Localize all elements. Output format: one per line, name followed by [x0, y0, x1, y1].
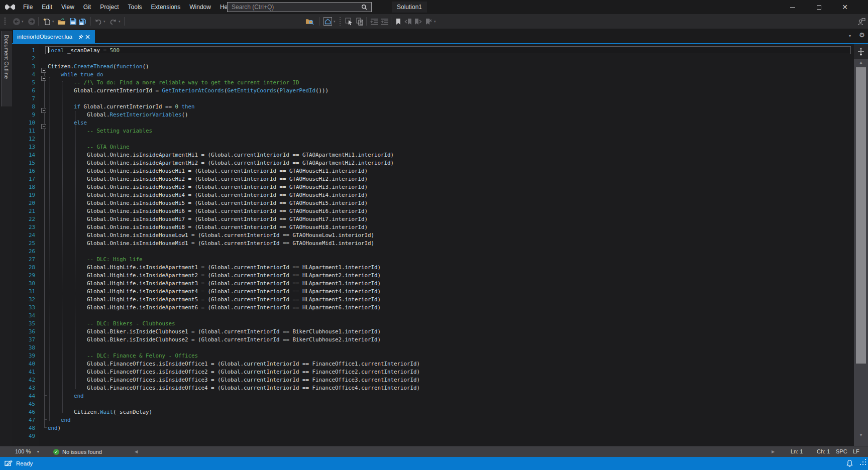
- redo-dropdown-icon[interactable]: ▾: [119, 20, 121, 24]
- pin-tab-button[interactable]: [78, 34, 84, 40]
- menu-git[interactable]: Git: [79, 0, 95, 14]
- collapse-region-icon[interactable]: [41, 76, 46, 81]
- line-number[interactable]: 29: [12, 272, 39, 279]
- code-line[interactable]: 29 Global.HighLife.isInsideApartment2 = …: [12, 271, 854, 279]
- line-number[interactable]: 13: [12, 144, 39, 150]
- code-line[interactable]: 18 Global.Online.isInsideHouseHi3 = (Glo…: [12, 183, 854, 191]
- document-outline-tab[interactable]: Document Outline: [1, 31, 12, 106]
- vertical-scrollbar-thumb[interactable]: [856, 67, 866, 364]
- code-line[interactable]: 5 -- /!\ To do: Find a more reliable way…: [12, 78, 854, 86]
- menu-project[interactable]: Project: [95, 0, 123, 14]
- code-line[interactable]: 49: [12, 432, 854, 440]
- line-number[interactable]: 5: [12, 79, 39, 86]
- code-line[interactable]: 2: [12, 54, 854, 62]
- line-number[interactable]: 3: [12, 63, 39, 70]
- menu-extensions[interactable]: Extensions: [147, 0, 185, 14]
- line-number[interactable]: 2: [12, 55, 39, 62]
- code-line[interactable]: 10 else: [12, 119, 854, 127]
- code-line[interactable]: 48end): [12, 424, 854, 432]
- code-line[interactable]: 17 Global.Online.isInsideHouseHi2 = (Glo…: [12, 175, 854, 183]
- line-number[interactable]: 21: [12, 208, 39, 214]
- code-line[interactable]: 3Citizen.CreateThread(function(): [12, 62, 854, 70]
- minimize-button[interactable]: [782, 0, 804, 14]
- code-line[interactable]: 16 Global.Online.isInsideHouseHi1 = (Glo…: [12, 167, 854, 175]
- line-number[interactable]: 26: [12, 248, 39, 255]
- line-indicator[interactable]: Ln: 1: [791, 446, 803, 457]
- code-line[interactable]: 42 Global.FinanceOffices.isInsideOffice3…: [12, 376, 854, 384]
- copy-structure-button[interactable]: [356, 17, 364, 26]
- line-number[interactable]: 11: [12, 128, 39, 134]
- close-window-button[interactable]: ✕: [834, 0, 856, 14]
- code-line[interactable]: 45: [12, 400, 854, 408]
- line-number[interactable]: 15: [12, 160, 39, 166]
- line-number[interactable]: 17: [12, 176, 39, 182]
- line-number[interactable]: 23: [12, 224, 39, 230]
- line-number[interactable]: 25: [12, 240, 39, 247]
- line-number[interactable]: 22: [12, 216, 39, 222]
- line-number[interactable]: 4: [12, 71, 39, 78]
- code-line[interactable]: 8 if Global.currentInteriorId == 0 then: [12, 102, 854, 110]
- code-line[interactable]: 20 Global.Online.isInsideHouseHi5 = (Glo…: [12, 199, 854, 207]
- code-line[interactable]: 25 Global.Online.isInsideHouseMid1 = (Gl…: [12, 239, 854, 247]
- code-line[interactable]: 30 Global.HighLife.isInsideApartment3 = …: [12, 279, 854, 287]
- code-line[interactable]: 7: [12, 94, 854, 102]
- code-line[interactable]: 4 while true do: [12, 70, 854, 78]
- line-number[interactable]: 41: [12, 369, 39, 375]
- collapse-region-icon[interactable]: [41, 68, 46, 73]
- scroll-down-icon[interactable]: ▼: [854, 433, 868, 437]
- code-line[interactable]: 22 Global.Online.isInsideHouseHi7 = (Glo…: [12, 215, 854, 223]
- close-tab-button[interactable]: [85, 34, 91, 40]
- line-number[interactable]: 6: [12, 87, 39, 94]
- menu-window[interactable]: Window: [185, 0, 215, 14]
- line-number[interactable]: 33: [12, 304, 39, 311]
- notifications-bell-icon[interactable]: [846, 459, 853, 467]
- line-number[interactable]: 47: [12, 417, 39, 423]
- code-line[interactable]: 33 Global.HighLife.isInsideApartment6 = …: [12, 303, 854, 311]
- line-number[interactable]: 28: [12, 264, 39, 271]
- collapse-region-icon[interactable]: [41, 124, 46, 129]
- code-line[interactable]: 26: [12, 247, 854, 255]
- code-line[interactable]: 36 Global.Biker.isInsideClubhouse1 = (Gl…: [12, 327, 854, 335]
- line-ending-indicator[interactable]: LF: [853, 446, 859, 457]
- next-bookmark-button[interactable]: [414, 17, 422, 26]
- code-line[interactable]: 35 -- DLC: Bikers - Clubhouses: [12, 319, 854, 327]
- new-file-dropdown-icon[interactable]: ▾: [52, 20, 54, 24]
- previous-bookmark-button[interactable]: [404, 17, 412, 26]
- line-number[interactable]: 14: [12, 152, 39, 158]
- navigate-back-button[interactable]: [12, 17, 21, 26]
- line-number[interactable]: 12: [12, 136, 39, 142]
- code-line[interactable]: 31 Global.HighLife.isInsideApartment4 = …: [12, 287, 854, 295]
- redo-button[interactable]: [108, 17, 117, 26]
- code-line[interactable]: 37 Global.Biker.isInsideClubhouse2 = (Gl…: [12, 335, 854, 343]
- navigate-to-button[interactable]: [345, 17, 353, 26]
- vertical-scrollbar[interactable]: ▲ ▼: [854, 44, 868, 446]
- line-number[interactable]: 39: [12, 352, 39, 359]
- zoom-select[interactable]: 100 % ▾: [4, 446, 50, 457]
- menu-file[interactable]: File: [19, 0, 37, 14]
- code-line[interactable]: 21 Global.Online.isInsideHouseHi6 = (Glo…: [12, 207, 854, 215]
- code-editor[interactable]: 1local _scanDelay = 50023Citizen.CreateT…: [12, 44, 854, 446]
- save-button[interactable]: [69, 17, 77, 26]
- bookmarks-dropdown-icon[interactable]: ▾: [434, 20, 436, 24]
- navigate-forward-button[interactable]: [27, 17, 36, 26]
- line-number[interactable]: 49: [12, 433, 39, 439]
- code-line[interactable]: 47 end: [12, 416, 854, 424]
- maximize-button[interactable]: [808, 0, 830, 14]
- line-number[interactable]: 43: [12, 385, 39, 391]
- code-line[interactable]: 1local _scanDelay = 500: [12, 46, 854, 54]
- clear-bookmarks-button[interactable]: [424, 17, 432, 26]
- back-dropdown-icon[interactable]: ▾: [22, 20, 24, 24]
- toolbar-drag-grip[interactable]: [4, 18, 6, 25]
- menu-edit[interactable]: Edit: [37, 0, 57, 14]
- line-number[interactable]: 36: [12, 328, 39, 335]
- line-number[interactable]: 42: [12, 377, 39, 383]
- code-line[interactable]: 19 Global.Online.isInsideHouseHi4 = (Glo…: [12, 191, 854, 199]
- search-input[interactable]: Search (Ctrl+Q): [227, 2, 372, 12]
- line-number[interactable]: 16: [12, 168, 39, 174]
- code-line[interactable]: 28 Global.HighLife.isInsideApartment1 = …: [12, 263, 854, 271]
- encoding-indicator[interactable]: SPC: [836, 446, 847, 457]
- code-line[interactable]: 15 Global.Online.isInsideApartmentHi2 = …: [12, 159, 854, 167]
- line-number[interactable]: 32: [12, 296, 39, 303]
- start-page-dropdown-icon[interactable]: ▾: [334, 20, 336, 24]
- gear-icon[interactable]: ⚙: [859, 31, 865, 39]
